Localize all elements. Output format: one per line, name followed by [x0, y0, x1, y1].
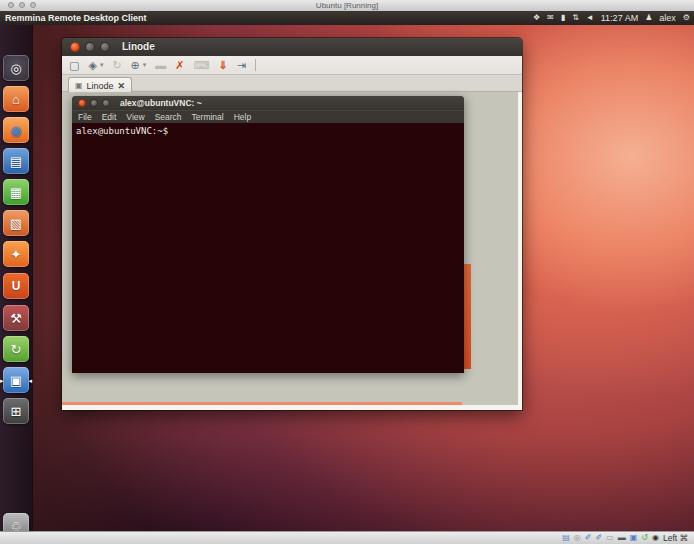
launcher-item-software-updater[interactable]: ↻ — [3, 336, 29, 362]
mouse-integration-icon[interactable]: ◉ — [652, 532, 659, 544]
terminal-close-button[interactable] — [78, 99, 86, 107]
network-adapter-icon-2[interactable]: ✐ — [595, 532, 602, 544]
terminal-minimize-button[interactable] — [90, 99, 98, 107]
menu-edit[interactable]: Edit — [102, 112, 117, 122]
username-menu[interactable]: alex — [659, 11, 676, 25]
launcher-item-libreoffice-impress[interactable]: ▧ — [3, 210, 29, 236]
terminal-maximize-button[interactable] — [102, 99, 110, 107]
zoom-dropdown-caret[interactable]: ▾ — [143, 61, 147, 69]
tab-screen-icon: ▣ — [75, 81, 83, 90]
window-minimize-button[interactable] — [85, 42, 95, 52]
launcher-item-home-folder[interactable]: ⌂ — [3, 86, 29, 112]
menu-help[interactable]: Help — [234, 112, 251, 122]
vbox-statusbar: ▤ ◎ ✐ ✐ ▭ ▬ ▣ ↺ ◉ Left ⌘ — [0, 531, 694, 544]
shared-folders-icon[interactable]: ▬ — [618, 532, 626, 544]
launcher-item-firefox[interactable]: ◉ — [3, 117, 29, 143]
terminal-content[interactable]: alex@ubuntuVNC:~$ — [72, 123, 464, 373]
settings-tools-icon: ⚒ — [10, 312, 22, 325]
minimize-to-tray-icon: ▬ — [155, 57, 166, 74]
remote-indicator-icon[interactable]: ❖ — [533, 11, 540, 25]
remmina-window: Linode ▢ ◈ ▾ ↻ ⊕ ▾ ▬ ✗ ⌨ ⇓ ⇥ ▣ Linode ✕ — [62, 38, 522, 410]
vnc-remote-viewport[interactable]: alex@ubuntuVNC: ~ File Edit View Search … — [62, 92, 522, 410]
host-window-title: Ubuntu [Running] — [0, 0, 694, 11]
network-adapter-icon[interactable]: ✐ — [585, 532, 592, 544]
launcher-item-remmina[interactable]: ▣ — [3, 367, 29, 393]
terminal-menubar: File Edit View Search Terminal Help — [72, 110, 464, 123]
optical-drive-icon[interactable]: ◎ — [574, 532, 581, 544]
toolbar-separator — [255, 59, 256, 71]
remmina-titlebar[interactable]: Linode — [62, 38, 522, 56]
updater-refresh-icon: ↻ — [11, 343, 22, 356]
menu-terminal[interactable]: Terminal — [192, 112, 224, 122]
hdd-activity-icon[interactable]: ▤ — [562, 532, 570, 544]
network-indicator-icon[interactable]: ⇅ — [572, 11, 579, 25]
battery-indicator-icon[interactable]: ▮ — [561, 11, 565, 25]
grab-keyboard-icon: ⌨ — [194, 57, 210, 74]
window-maximize-button[interactable] — [100, 42, 110, 52]
ubuntu-logo-icon: ◎ — [10, 62, 21, 75]
remmina-screen-icon: ▣ — [10, 374, 22, 387]
preferences-tools-icon[interactable]: ✗ — [175, 57, 184, 74]
indicator-tray: ❖ ✉ ▮ ⇅ ◄ 11:27 AM ♟ alex ⚙ — [533, 11, 690, 25]
vm-features-icon[interactable]: ↺ — [641, 532, 648, 544]
tab-close-icon[interactable]: ✕ — [118, 81, 126, 91]
terminal-window-title: alex@ubuntuVNC: ~ — [120, 96, 202, 110]
volume-indicator-icon[interactable]: ◄ — [586, 11, 594, 25]
host-key-indicator: Left ⌘ — [663, 533, 688, 543]
mail-indicator-icon[interactable]: ✉ — [547, 11, 554, 25]
menu-file[interactable]: File — [78, 112, 92, 122]
remote-right-edge-artifact — [518, 92, 522, 410]
unity-launcher: ◎ ⌂ ◉ ▤ ▦ ▧ ✦ U ⚒ ↻ ▣ ▸ ◂ ⊞ ♲ — [0, 25, 33, 531]
remmina-window-title: Linode — [122, 38, 155, 56]
focused-indicator-arrow: ◂ — [28, 377, 32, 384]
disconnect-icon[interactable]: ⇓ — [218, 57, 227, 74]
impress-presentation-icon: ▧ — [10, 217, 22, 230]
remote-bottom-edge-artifact — [62, 405, 522, 410]
scale-dropdown-caret[interactable]: ▾ — [100, 61, 104, 69]
ubuntu-top-panel: Remmina Remote Desktop Client ❖ ✉ ▮ ⇅ ◄ … — [0, 11, 694, 25]
running-indicator-arrow: ▸ — [0, 377, 4, 384]
scale-mode-icon[interactable]: ◈ — [88, 57, 96, 74]
exit-icon[interactable]: ⇥ — [237, 57, 246, 74]
calc-spreadsheet-icon: ▦ — [10, 186, 22, 199]
software-center-bag-icon: ✦ — [11, 248, 22, 261]
reconnect-icon: ↻ — [112, 57, 121, 74]
firefox-icon: ◉ — [10, 124, 21, 137]
vbox-device-icons: ▤ ◎ ✐ ✐ ▭ ▬ ▣ ↺ ◉ Left ⌘ — [562, 532, 688, 544]
active-app-title: Remmina Remote Desktop Client — [5, 11, 147, 25]
remote-terminal-window: alex@ubuntuVNC: ~ File Edit View Search … — [72, 96, 464, 373]
launcher-item-software-center[interactable]: ✦ — [3, 241, 29, 267]
ubuntu-one-icon: U — [12, 280, 21, 293]
menu-search[interactable]: Search — [155, 112, 182, 122]
launcher-item-workspace-switcher[interactable]: ⊞ — [3, 398, 29, 424]
launcher-item-dash-home[interactable]: ◎ — [3, 55, 29, 81]
shell-prompt: alex@ubuntuVNC:~$ — [76, 126, 168, 136]
home-folder-icon: ⌂ — [12, 93, 20, 106]
screen: Ubuntu [Running] Remmina Remote Desktop … — [0, 0, 694, 544]
remmina-tabbar: ▣ Linode ✕ — [62, 75, 522, 92]
usb-devices-icon[interactable]: ▭ — [606, 532, 614, 544]
menu-view[interactable]: View — [126, 112, 144, 122]
zoom-options-icon[interactable]: ⊕ — [131, 57, 140, 74]
launcher-item-system-settings[interactable]: ⚒ — [3, 305, 29, 331]
writer-document-icon: ▤ — [10, 155, 22, 168]
user-icon: ♟ — [645, 11, 652, 25]
redraw-artifact-strip — [464, 264, 471, 369]
session-gear-icon[interactable]: ⚙ — [683, 11, 690, 25]
fullscreen-toggle-icon[interactable]: ▢ — [69, 57, 79, 74]
terminal-titlebar[interactable]: alex@ubuntuVNC: ~ — [72, 96, 464, 110]
remmina-toolbar: ▢ ◈ ▾ ↻ ⊕ ▾ ▬ ✗ ⌨ ⇓ ⇥ — [62, 56, 522, 75]
launcher-item-libreoffice-calc[interactable]: ▦ — [3, 179, 29, 205]
clock[interactable]: 11:27 AM — [601, 11, 638, 25]
launcher-item-ubuntu-one[interactable]: U — [3, 273, 29, 299]
launcher-item-libreoffice-writer[interactable]: ▤ — [3, 148, 29, 174]
tab-label: Linode — [87, 81, 114, 91]
connection-tab-linode[interactable]: ▣ Linode ✕ — [68, 77, 132, 93]
display-icon[interactable]: ▣ — [630, 532, 638, 544]
window-close-button[interactable] — [70, 42, 80, 52]
workspace-grid-icon: ⊞ — [11, 405, 22, 418]
